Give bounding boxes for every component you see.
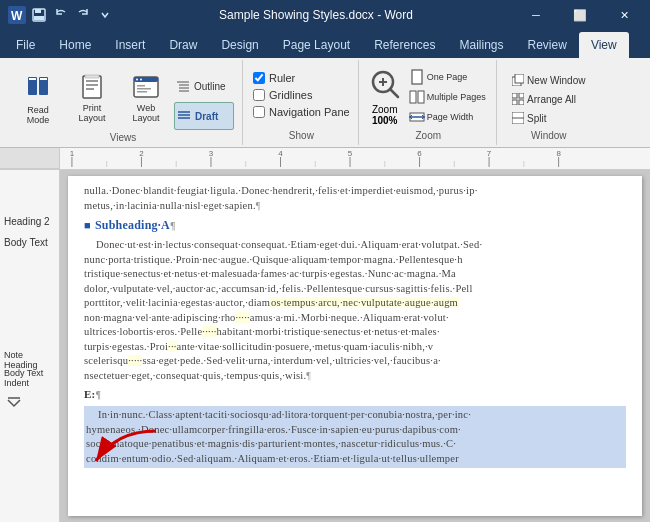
web-layout-label: WebLayout (132, 103, 159, 123)
print-layout-icon (78, 73, 106, 103)
ruler-checkbox[interactable] (253, 72, 265, 84)
svg-rect-40 (519, 93, 524, 98)
tab-view[interactable]: View (579, 32, 629, 58)
svg-rect-4 (34, 16, 44, 20)
style-heading2: Heading 2 (0, 210, 59, 232)
svg-text:2: 2 (139, 149, 144, 158)
svg-rect-7 (29, 78, 36, 80)
new-window-button[interactable]: New Window (508, 72, 589, 88)
draft-view-button[interactable]: Draft (174, 102, 234, 130)
split-label: Split (527, 113, 546, 124)
read-mode-label: ReadMode (27, 105, 50, 125)
gridlines-checkbox-row[interactable]: Gridlines (253, 89, 312, 101)
zoom-icon (369, 68, 401, 104)
style-arrow-icon[interactable] (0, 392, 59, 414)
tab-review[interactable]: Review (516, 32, 579, 58)
customize-quick-icon[interactable] (96, 6, 114, 24)
nav-pane-checkbox[interactable] (253, 106, 265, 118)
svg-point-16 (136, 79, 138, 81)
svg-rect-38 (515, 74, 524, 83)
doc-para-4: In·in·nunc.·Class·aptent·taciti·sociosqu… (84, 406, 626, 468)
arrange-all-label: Arrange All (527, 94, 576, 105)
undo-quick-icon[interactable] (52, 6, 70, 24)
style-sidebar: Heading 2 Body Text Note Heading Body Te… (0, 170, 60, 522)
tab-home[interactable]: Home (47, 32, 103, 58)
ribbon-group-show: Ruler Gridlines Navigation Pane Show (245, 60, 359, 145)
one-page-label: One Page (427, 72, 468, 82)
subheading-a: ■ Subheading·A¶ (84, 217, 626, 234)
svg-rect-20 (137, 91, 147, 93)
svg-rect-32 (412, 70, 422, 84)
arrange-all-button[interactable]: Arrange All (508, 91, 580, 107)
web-layout-icon (132, 73, 160, 103)
web-layout-button[interactable]: WebLayout (120, 66, 172, 130)
ruler: 1 2 3 4 5 6 7 8 (60, 148, 650, 169)
svg-text:8: 8 (556, 149, 561, 158)
style-empty-4 (0, 312, 59, 332)
views-group-label: Views (110, 132, 137, 143)
minimize-button[interactable]: ─ (518, 0, 554, 30)
svg-text:6: 6 (417, 149, 422, 158)
expand-styles-icon (4, 392, 24, 412)
ruler-checkbox-row[interactable]: Ruler (253, 72, 295, 84)
nav-pane-checkbox-row[interactable]: Navigation Pane (253, 106, 350, 118)
word-icon: W (8, 6, 26, 24)
svg-rect-12 (86, 88, 94, 90)
style-body-text: Body Text (0, 232, 59, 252)
svg-rect-18 (137, 85, 145, 87)
svg-text:5: 5 (348, 149, 353, 158)
svg-text:7: 7 (487, 149, 492, 158)
tab-page-layout[interactable]: Page Layout (271, 32, 362, 58)
save-quick-icon[interactable] (30, 6, 48, 24)
draft-icon (177, 109, 191, 123)
style-name-2 (0, 192, 59, 210)
redo-quick-icon[interactable] (74, 6, 92, 24)
multiple-pages-button[interactable]: Multiple Pages (407, 88, 488, 106)
ribbon-group-window: New Window Arrange All Split Window (499, 60, 599, 145)
split-button[interactable]: Split (508, 110, 550, 126)
print-layout-button[interactable]: PrintLayout (66, 66, 118, 130)
zoom-label: Zoom (372, 104, 398, 115)
style-body-text-indent: Body Text Indent (0, 370, 59, 388)
doc-para-1: nulla.·Donec·blandit·feugiat·ligula.·Don… (84, 184, 626, 213)
svg-rect-9 (83, 76, 101, 98)
read-mode-button[interactable]: ReadMode (12, 66, 64, 130)
outline-icon (176, 79, 190, 93)
ruler-svg: 1 2 3 4 5 6 7 8 (62, 148, 648, 167)
gridlines-checkbox[interactable] (253, 89, 265, 101)
ruler-area: 1 2 3 4 5 6 7 8 (0, 148, 650, 170)
page-width-button[interactable]: Page Width (407, 108, 488, 126)
svg-rect-33 (410, 91, 416, 103)
subheading-a-text: Subheading·A¶ (95, 217, 176, 234)
window-group-label: Window (531, 130, 567, 141)
close-button[interactable]: ✕ (606, 0, 642, 30)
tab-file[interactable]: File (4, 32, 47, 58)
svg-text:3: 3 (209, 149, 214, 158)
multiple-pages-icon (409, 89, 425, 105)
tab-insert[interactable]: Insert (103, 32, 157, 58)
ribbon-tabs: File Home Insert Draw Design Page Layout… (0, 30, 650, 58)
ruler-left-spacer (0, 148, 60, 169)
quick-access-toolbar: W (8, 6, 114, 24)
page-width-icon (409, 109, 425, 125)
title-bar: W Sample Showing Styles.docx - Word ─ ⬜ … (0, 0, 650, 30)
zoom-button[interactable]: Zoom 100% (369, 68, 401, 126)
svg-rect-42 (519, 100, 524, 105)
nav-pane-label: Navigation Pane (269, 106, 350, 118)
tab-references[interactable]: References (362, 32, 447, 58)
tab-design[interactable]: Design (209, 32, 270, 58)
tab-mailings[interactable]: Mailings (448, 32, 516, 58)
draft-label: Draft (195, 111, 218, 122)
svg-text:1: 1 (70, 149, 75, 158)
outline-view-button[interactable]: Outline (174, 72, 234, 100)
svg-rect-39 (512, 93, 517, 98)
tab-draw[interactable]: Draw (157, 32, 209, 58)
svg-line-29 (390, 89, 398, 97)
ribbon-group-zoom: Zoom 100% One Page Multiple Pages Page W… (361, 60, 497, 145)
svg-rect-8 (40, 78, 47, 80)
one-page-button[interactable]: One Page (407, 68, 488, 86)
svg-rect-10 (86, 80, 98, 82)
document-page: nulla.·Donec·blandit·feugiat·ligula.·Don… (68, 176, 642, 516)
svg-rect-19 (137, 88, 151, 90)
restore-button[interactable]: ⬜ (562, 0, 598, 30)
